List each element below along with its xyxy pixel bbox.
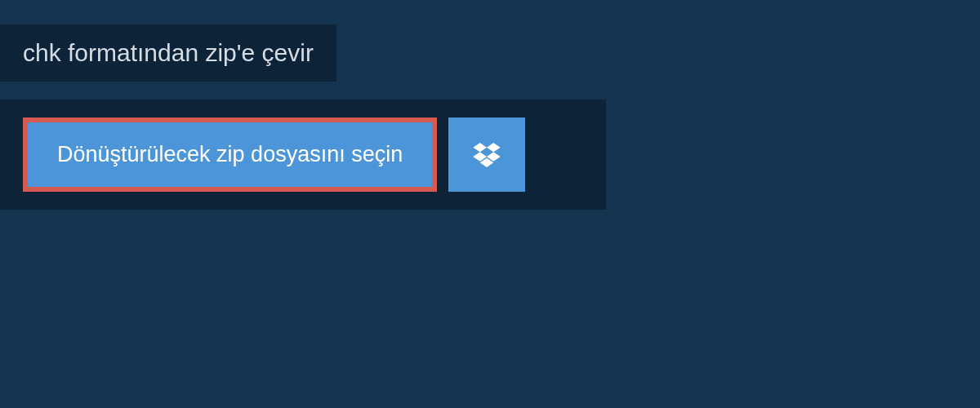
choose-file-label: Dönüştürülecek zip dosyasını seçin — [57, 142, 403, 167]
header-tab: chk formatından zip'e çevir — [0, 24, 336, 82]
page-title: chk formatından zip'e çevir — [23, 39, 314, 67]
dropbox-button[interactable] — [448, 118, 525, 192]
upload-panel: Dönüştürülecek zip dosyasını seçin — [0, 100, 606, 210]
upload-row: Dönüştürülecek zip dosyasını seçin — [23, 118, 583, 192]
dropbox-icon — [473, 143, 501, 167]
choose-file-button[interactable]: Dönüştürülecek zip dosyasını seçin — [23, 118, 437, 192]
